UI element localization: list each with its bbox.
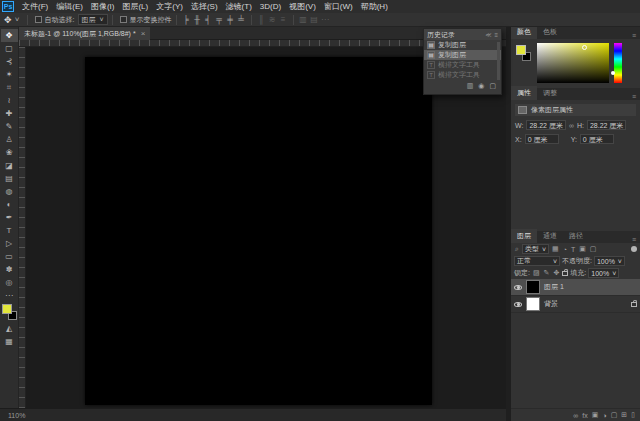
- edit-toolbar-icon[interactable]: ⋯: [1, 289, 18, 302]
- panel-menu-icon[interactable]: ≡: [628, 236, 640, 243]
- layer-name[interactable]: 图层 1: [544, 282, 564, 292]
- stamp-tool[interactable]: ♙: [1, 133, 18, 146]
- eyedropper-tool[interactable]: ≀: [1, 94, 18, 107]
- move-tool-icon[interactable]: ✥: [4, 15, 12, 25]
- align-left-icon[interactable]: ╞: [181, 15, 192, 24]
- align-center-icon[interactable]: ╫: [192, 15, 203, 24]
- hue-slider-marker[interactable]: [611, 71, 615, 75]
- type-tool[interactable]: T: [1, 224, 18, 237]
- tab-paths[interactable]: 路径: [563, 229, 589, 243]
- filter-adjustment-icon[interactable]: ◔: [562, 246, 568, 253]
- distribute-horizontal-icon[interactable]: ≡: [278, 15, 289, 24]
- panel-menu-icon[interactable]: ≡: [628, 32, 640, 39]
- menu-window[interactable]: 窗口(W): [320, 1, 357, 12]
- filter-shape-icon[interactable]: ▣: [578, 245, 587, 253]
- filter-pixel-icon[interactable]: ▦: [551, 245, 560, 253]
- lasso-tool[interactable]: ⊰: [1, 55, 18, 68]
- zoom-level[interactable]: 110%: [8, 412, 25, 419]
- align-bottom-icon[interactable]: ╧: [236, 15, 247, 24]
- saturation-brightness-field[interactable]: [537, 43, 609, 83]
- blur-tool[interactable]: ◍: [1, 185, 18, 198]
- history-scrollbar[interactable]: [497, 42, 500, 80]
- menu-image[interactable]: 图像(I): [87, 1, 119, 12]
- tab-layers[interactable]: 图层: [511, 229, 537, 243]
- new-document-from-state-icon[interactable]: ▥: [467, 82, 474, 90]
- document-canvas[interactable]: [85, 57, 432, 405]
- align-right-icon[interactable]: ╡: [203, 15, 214, 24]
- menu-select[interactable]: 选择(S): [187, 1, 222, 12]
- distribute-middle-icon[interactable]: ≋: [267, 15, 278, 24]
- layer-row-layer1[interactable]: 图层 1: [511, 279, 640, 296]
- link-layers-icon[interactable]: ∞: [573, 412, 578, 419]
- tool-preset-arrow-icon[interactable]: ˅: [12, 15, 23, 24]
- crop-tool[interactable]: ⌗: [1, 81, 18, 94]
- menu-edit[interactable]: 编辑(E): [52, 1, 87, 12]
- panel-menu-icon[interactable]: ≡: [628, 93, 640, 100]
- new-layer-icon[interactable]: ⊞: [621, 411, 627, 419]
- filter-type-dropdown[interactable]: 类型 ˅: [522, 244, 549, 254]
- adjustment-layer-icon[interactable]: ◑: [602, 412, 606, 419]
- layer-thumbnail[interactable]: [526, 297, 540, 311]
- eraser-tool[interactable]: ◪: [1, 159, 18, 172]
- menu-3d[interactable]: 3D(D): [256, 2, 285, 11]
- dodge-tool[interactable]: ◐: [1, 198, 18, 211]
- filter-toggle[interactable]: [631, 246, 637, 252]
- filter-smart-object-icon[interactable]: ▢: [589, 245, 598, 253]
- gradient-tool[interactable]: ▤: [1, 172, 18, 185]
- panel-menu-icon[interactable]: ≡: [494, 32, 498, 38]
- close-tab-icon[interactable]: ×: [141, 29, 146, 38]
- quick-select-tool[interactable]: ✶: [1, 68, 18, 81]
- path-select-tool[interactable]: ▷: [1, 237, 18, 250]
- filter-type-icon[interactable]: T: [570, 246, 576, 253]
- new-group-icon[interactable]: ▢: [611, 411, 618, 419]
- tab-color[interactable]: 颜色: [511, 25, 537, 39]
- show-transform-checkbox[interactable]: [120, 16, 127, 23]
- document-tab[interactable]: 未标题-1 @ 110%(图层 1,RGB/8#) * ×: [19, 27, 150, 40]
- align-top-icon[interactable]: ╤: [214, 15, 225, 24]
- visibility-eye-icon[interactable]: [514, 285, 522, 290]
- visibility-eye-icon[interactable]: [514, 302, 522, 307]
- marquee-tool[interactable]: ▢: [1, 42, 18, 55]
- hand-tool[interactable]: ✽: [1, 263, 18, 276]
- auto-select-checkbox[interactable]: [35, 16, 42, 23]
- foreground-color-swatch[interactable]: [2, 304, 12, 314]
- move-tool[interactable]: ✥: [1, 29, 18, 42]
- history-brush-tool[interactable]: ❀: [1, 146, 18, 159]
- lock-paint-icon[interactable]: ✎: [543, 269, 551, 277]
- shape-tool[interactable]: ▭: [1, 250, 18, 263]
- more-options-icon[interactable]: ⋯: [320, 15, 331, 24]
- tab-swatches[interactable]: 色板: [537, 25, 563, 39]
- distribute-vertical-icon[interactable]: ║: [256, 15, 267, 24]
- delete-layer-icon[interactable]: ▯: [631, 411, 635, 419]
- 3d-mode-icon[interactable]: ▥: [298, 15, 309, 24]
- layer-mask-icon[interactable]: ▣: [592, 411, 599, 419]
- fill-field[interactable]: 100% ˅: [588, 268, 619, 278]
- 3d-mode-icon[interactable]: ▤: [309, 15, 320, 24]
- collapse-panel-icon[interactable]: ≪: [485, 31, 491, 38]
- pen-tool[interactable]: ✒: [1, 211, 18, 224]
- screen-mode-button[interactable]: ▦: [1, 335, 18, 348]
- lock-position-icon[interactable]: ✥: [552, 269, 560, 277]
- menu-filter[interactable]: 滤镜(T): [222, 1, 256, 12]
- menu-type[interactable]: 文字(Y): [152, 1, 187, 12]
- y-field[interactable]: 0 厘米: [580, 134, 614, 144]
- auto-select-target-dropdown[interactable]: 图层 ˅: [78, 14, 108, 25]
- menu-help[interactable]: 帮助(H): [357, 1, 392, 12]
- height-field[interactable]: 28.22 厘米: [587, 120, 626, 130]
- x-field[interactable]: 0 厘米: [525, 134, 559, 144]
- tab-adjustments[interactable]: 调整: [537, 86, 563, 100]
- quick-mask-button[interactable]: ◭: [1, 322, 18, 335]
- foreground-color-swatch[interactable]: [516, 45, 526, 55]
- hue-slider[interactable]: [614, 43, 622, 83]
- width-field[interactable]: 28.22 厘米: [526, 120, 565, 130]
- align-middle-icon[interactable]: ╪: [225, 15, 236, 24]
- history-state[interactable]: ▤ 复制图层: [424, 40, 501, 50]
- layer-effects-icon[interactable]: fx: [582, 412, 587, 419]
- opacity-field[interactable]: 100% ˅: [594, 256, 625, 266]
- lock-all-icon[interactable]: [562, 271, 568, 276]
- layer-row-background[interactable]: 背景: [511, 296, 640, 313]
- blend-mode-dropdown[interactable]: 正常 ˅: [514, 256, 560, 266]
- history-state-undone[interactable]: T 横排文字工具: [424, 70, 501, 80]
- delete-state-icon[interactable]: ▢: [489, 82, 496, 90]
- tab-properties[interactable]: 属性: [511, 86, 537, 100]
